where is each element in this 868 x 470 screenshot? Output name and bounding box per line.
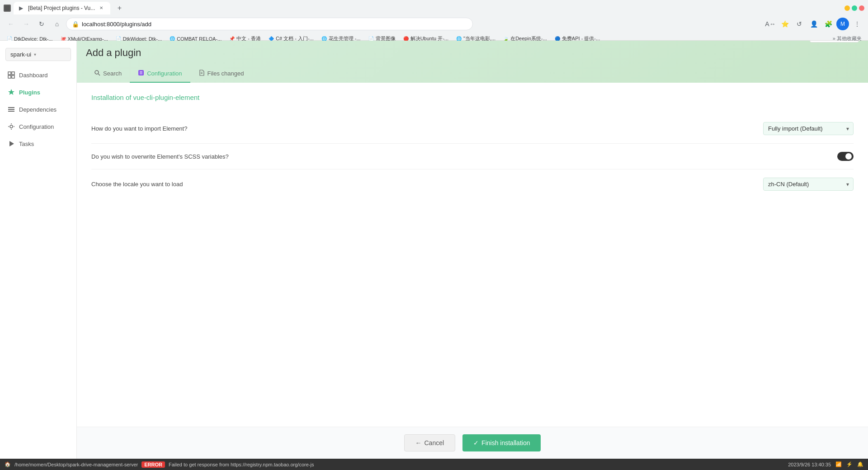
sidebar-item-dashboard[interactable]: Dashboard	[0, 66, 76, 84]
translate-icon[interactable]: A↔	[764, 18, 777, 30]
window-controls	[844, 5, 864, 11]
status-left: 🏠 /home/momen/Desktop/spark-drive-manage…	[5, 461, 314, 468]
tab-files-changed[interactable]: Files changed	[190, 65, 252, 83]
tab-title: [Beta] Project plugins - Vu...	[28, 5, 95, 11]
svg-rect-3	[8, 75, 11, 78]
plugin-install-title: Installation of vue-cli-plugin-element	[91, 94, 854, 101]
configuration-icon	[7, 122, 15, 131]
user-icon[interactable]: 👤	[807, 18, 820, 30]
svg-rect-4	[12, 75, 14, 78]
install-devtools-button[interactable]: Install devtools	[810, 41, 859, 42]
back-button[interactable]: ←	[5, 18, 17, 30]
config-row-locale: Choose the locale you want to load zh-CN…	[91, 169, 854, 199]
minimize-button[interactable]	[844, 5, 850, 11]
svg-rect-6	[8, 109, 14, 110]
close-button[interactable]	[859, 5, 864, 11]
sidebar: spark-ui ▾ Dashboard Plugins	[0, 41, 77, 459]
locale-select[interactable]: zh-CN (Default) en (Default) de fr ja	[763, 178, 854, 191]
status-datetime: 2023/9/26 13:40:35	[788, 462, 831, 467]
svg-point-8	[10, 125, 13, 128]
browser-favicon	[4, 5, 11, 12]
status-path: /home/momen/Desktop/spark-drive-manageme…	[14, 462, 138, 467]
tab-configuration[interactable]: Configuration	[130, 65, 190, 83]
configuration-tab-icon	[138, 70, 144, 77]
main-content: Install devtools Add a plugin Search Con…	[77, 41, 868, 459]
tab-files-changed-label: Files changed	[208, 70, 244, 77]
files-changed-icon	[198, 70, 205, 77]
address-input[interactable]: 🔒 localhost:8000/plugins/add	[66, 18, 473, 30]
import-element-select[interactable]: Fully import (Default) On demand	[763, 122, 854, 135]
dependencies-icon	[7, 105, 15, 113]
sidebar-configuration-label: Configuration	[19, 123, 54, 130]
checkmark-icon: ✓	[473, 439, 479, 446]
svg-rect-1	[8, 72, 11, 75]
sidebar-item-configuration[interactable]: Configuration	[0, 118, 76, 135]
tabs-bar: Search Configuration Files changed	[86, 65, 859, 83]
status-error-message: Failed to get response from https://regi…	[169, 462, 314, 467]
home-status-icon: 🏠	[5, 461, 11, 468]
active-tab[interactable]: ▶ [Beta] Project plugins - Vu... ✕	[14, 2, 110, 14]
network-status-icon: 📶	[835, 461, 842, 468]
svg-line-11	[99, 74, 100, 76]
error-badge: ERROR	[142, 461, 165, 468]
page-title: Add a plugin	[86, 47, 859, 59]
refresh-icon[interactable]: ↺	[793, 18, 806, 30]
sidebar-header: spark-ui ▾	[0, 44, 76, 66]
locale-label: Choose the locale you want to load	[91, 181, 183, 188]
sidebar-item-tasks[interactable]: Tasks	[0, 135, 76, 152]
home-button[interactable]: ⌂	[51, 18, 63, 30]
address-bar-row: ← → ↻ ⌂ 🔒 localhost:8000/plugins/add A↔ …	[0, 16, 868, 32]
new-tab-button[interactable]: +	[113, 2, 126, 14]
sidebar-tasks-label: Tasks	[19, 141, 34, 147]
svg-rect-7	[8, 111, 14, 112]
toggle-slider	[837, 152, 854, 161]
dashboard-icon	[7, 71, 15, 79]
extensions-icon[interactable]: 🧩	[822, 18, 835, 30]
notification-icon: 🔔	[857, 461, 863, 468]
chevron-down-icon: ▾	[34, 52, 36, 57]
tab-close-button[interactable]: ✕	[98, 5, 105, 12]
status-bar: 🏠 /home/momen/Desktop/spark-drive-manage…	[0, 459, 868, 470]
svg-rect-2	[12, 72, 14, 75]
forward-button[interactable]: →	[20, 18, 33, 30]
cancel-label: Cancel	[425, 439, 444, 446]
app-name-label: spark-ui	[10, 51, 31, 58]
page-header: Install devtools Add a plugin Search Con…	[77, 41, 868, 83]
config-row-import: How do you want to import Element? Fully…	[91, 114, 854, 144]
locale-select-wrapper[interactable]: zh-CN (Default) en (Default) de fr ja	[763, 178, 854, 191]
profile-icon[interactable]: M	[836, 18, 849, 30]
sidebar-navigation: Dashboard Plugins Dependencies Configura…	[0, 66, 76, 152]
power-status-icon: ⚡	[846, 461, 853, 468]
favorites-icon[interactable]: ⭐	[778, 18, 791, 30]
import-element-select-wrapper[interactable]: Fully import (Default) On demand	[763, 122, 854, 135]
svg-marker-9	[9, 141, 14, 146]
plugins-icon	[7, 88, 15, 96]
plugin-config-content: Installation of vue-cli-plugin-element H…	[77, 83, 868, 427]
finish-label: Finish installation	[481, 439, 530, 446]
svg-point-10	[95, 70, 99, 74]
menu-icon[interactable]: ⋮	[851, 18, 863, 30]
config-row-scss: Do you wish to overwrite Element's SCSS …	[91, 144, 854, 169]
app-selector-button[interactable]: spark-ui ▾	[5, 48, 71, 61]
back-arrow-icon: ←	[415, 439, 422, 446]
tab-favicon: ▶	[19, 5, 25, 11]
sidebar-dashboard-label: Dashboard	[19, 72, 48, 79]
sidebar-item-plugins[interactable]: Plugins	[0, 84, 76, 101]
address-text: localhost:8000/plugins/add	[82, 21, 151, 28]
finish-installation-button[interactable]: ✓ Finish installation	[462, 434, 541, 451]
sidebar-dependencies-label: Dependencies	[19, 106, 57, 113]
scss-toggle[interactable]	[837, 152, 854, 161]
sidebar-plugins-label: Plugins	[19, 89, 40, 96]
maximize-button[interactable]	[852, 5, 857, 11]
scss-label: Do you wish to overwrite Element's SCSS …	[91, 153, 229, 160]
scss-toggle-control	[754, 152, 854, 161]
locale-control: zh-CN (Default) en (Default) de fr ja	[754, 178, 854, 191]
footer-bar: ← Cancel ✓ Finish installation	[77, 427, 868, 459]
tab-search[interactable]: Search	[86, 65, 130, 83]
cancel-button[interactable]: ← Cancel	[404, 434, 456, 451]
tab-configuration-label: Configuration	[147, 70, 182, 77]
import-element-control: Fully import (Default) On demand	[754, 122, 854, 135]
reload-button[interactable]: ↻	[35, 18, 48, 30]
browser-toolbar: A↔ ⭐ ↺ 👤 🧩 M ⋮	[764, 18, 863, 30]
sidebar-item-dependencies[interactable]: Dependencies	[0, 101, 76, 118]
